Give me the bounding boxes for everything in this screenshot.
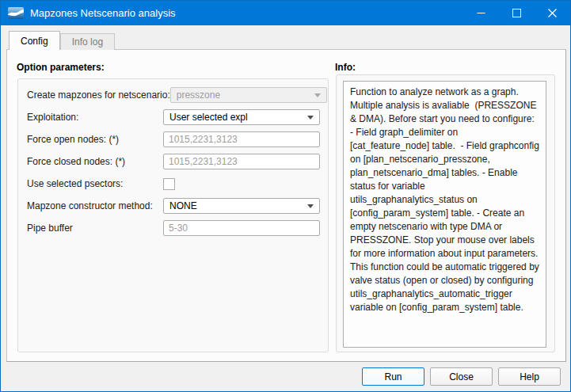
window-title: Mapzones Netscenario analysis	[30, 7, 176, 19]
form-row: Exploitation:User selected expl	[27, 109, 319, 125]
force-closed-nodes-input[interactable]	[163, 154, 320, 169]
force-open-nodes-input[interactable]	[163, 131, 320, 147]
chevron-down-icon	[307, 204, 314, 208]
mapzone-constructor-method-combo[interactable]: NONE	[163, 198, 320, 214]
tab-info-log[interactable]: Info log	[60, 33, 115, 50]
form-row: Create mapzones for netscenario:presszon…	[27, 87, 319, 103]
info-title: Info:	[335, 62, 356, 73]
form-row: Mapzone constructor method:NONE	[27, 198, 319, 214]
tab-page-config: Option parameters: Create mapzones for n…	[6, 49, 566, 362]
use-selected-psectors-label: Use selected psectors:	[27, 178, 163, 189]
use-selected-psectors-checkbox[interactable]	[163, 178, 175, 190]
titlebar[interactable]: Mapzones Netscenario analysis	[1, 1, 570, 25]
mapzone-constructor-method-label: Mapzone constructor method:	[27, 200, 163, 211]
fields-container: Create mapzones for netscenario:presszon…	[18, 79, 328, 236]
maximize-button[interactable]	[499, 1, 535, 25]
form-row: Pipe buffer	[27, 220, 319, 236]
help-button[interactable]: Help	[498, 367, 561, 386]
combo-value: NONE	[169, 200, 304, 211]
tab-bar: Config Info log	[9, 31, 115, 50]
force-closed-nodes-label: Force closed nodes: (*)	[27, 156, 163, 167]
exploitation-label: Exploitation:	[27, 112, 163, 123]
option-parameters-group: Create mapzones for netscenario:presszon…	[17, 78, 329, 352]
dialog-window: Mapzones Netscenario analysis Config	[0, 0, 571, 392]
pipe-buffer-label: Pipe buffer	[27, 223, 163, 234]
form-row: Force closed nodes: (*)	[27, 154, 319, 169]
minimize-button[interactable]	[463, 1, 499, 25]
create-mapzones-for-netscenario-combo: presszone	[170, 87, 327, 103]
chevron-down-icon	[307, 116, 314, 120]
window-controls	[463, 1, 570, 25]
create-mapzones-for-netscenario-label: Create mapzones for netscenario:	[27, 89, 170, 101]
footer-button-row: Run Close Help	[362, 367, 561, 386]
info-group: Function to analyze network as a graph. …	[336, 74, 555, 352]
form-row: Force open nodes: (*)	[27, 131, 319, 147]
close-button[interactable]	[535, 1, 570, 25]
force-open-nodes-label: Force open nodes: (*)	[27, 134, 163, 145]
form-row: Use selected psectors:	[27, 176, 319, 192]
run-button[interactable]: Run	[362, 367, 424, 386]
info-textbox[interactable]: Function to analyze network as a graph. …	[343, 81, 546, 348]
combo-value: User selected expl	[169, 112, 304, 123]
pipe-buffer-input[interactable]	[163, 220, 320, 236]
option-parameters-title: Option parameters:	[17, 62, 105, 73]
combo-value: presszone	[177, 89, 311, 101]
exploitation-combo[interactable]: User selected expl	[163, 109, 320, 125]
minimize-icon	[477, 9, 485, 17]
app-icon	[8, 7, 24, 19]
tab-config[interactable]: Config	[9, 31, 60, 50]
close-dialog-button[interactable]: Close	[430, 367, 493, 386]
maximize-icon	[512, 9, 521, 17]
chevron-down-icon	[314, 93, 321, 97]
close-icon	[548, 9, 557, 17]
